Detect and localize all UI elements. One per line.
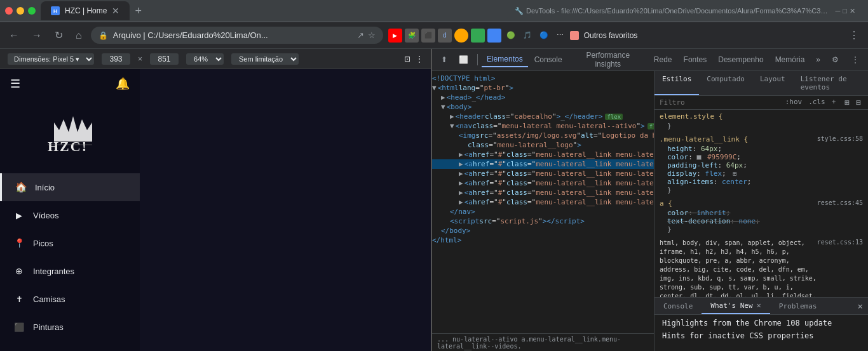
html-line-nav-close[interactable]: </nav> <box>432 207 654 216</box>
devtools-cursor-btn[interactable]: ⬆ <box>436 53 452 67</box>
reload-button[interactable]: ↻ <box>51 27 67 44</box>
html-line-body[interactable]: ▼ <body> <box>432 102 654 112</box>
tab-close-icon[interactable]: ✕ <box>112 6 119 16</box>
address-bar[interactable]: 🔒 Arquivo | C:/Users/Eduardo%20Lima/On..… <box>91 27 383 44</box>
minimize-button[interactable] <box>17 7 24 15</box>
console-tab-console[interactable]: Console <box>654 298 702 314</box>
a-integrantes-arrow[interactable]: ▶ <box>459 179 463 187</box>
reset-source[interactable]: reset.css:13 <box>817 239 863 297</box>
html-line-img[interactable]: <img src="assets/img/logo.svg" alt="Logo… <box>432 131 654 140</box>
ext-icon-3[interactable] <box>471 29 485 43</box>
home-button[interactable]: ⌂ <box>72 27 86 44</box>
filter-icon-1[interactable]: ⊞ <box>843 97 851 108</box>
maximize-button[interactable] <box>28 7 36 15</box>
height-input[interactable] <box>150 53 179 65</box>
html-arrow[interactable]: ▼ <box>432 84 437 92</box>
devtools-minimize-icon[interactable]: ─ <box>836 7 841 15</box>
filter-hov-btn[interactable]: :hov <box>783 97 804 108</box>
nav-item-videos[interactable]: ▶ Vídeos <box>0 201 140 229</box>
nav-item-picos[interactable]: 📍 Picos <box>0 229 140 257</box>
filter-cls-btn[interactable]: .cls <box>806 97 827 108</box>
ext-icon-6[interactable]: 🎵 <box>520 29 534 43</box>
a-inicio-arrow[interactable]: ▶ <box>459 150 463 159</box>
menu-button[interactable]: ⋮ <box>845 27 863 44</box>
styles-tab-layout[interactable]: Layout <box>752 71 793 95</box>
html-line-nav[interactable]: ▼ <nav class="menu-lateral menu-lateral-… <box>432 121 654 131</box>
a-source[interactable]: reset.css:45 <box>817 199 863 208</box>
hamburger-icon[interactable]: ☰ <box>10 77 20 91</box>
a-selector-text[interactable]: a { <box>660 199 672 208</box>
html-line-body-close[interactable]: </body> <box>432 226 654 235</box>
tab-hzc[interactable]: H HZC | Home ✕ <box>41 1 130 20</box>
html-line-img2[interactable]: class="menu-lateral__logo"> <box>432 140 654 150</box>
a-picos-arrow[interactable]: ▶ <box>459 169 463 178</box>
ext-profile[interactable]: d <box>438 29 452 43</box>
html-line-a-picos[interactable]: ▶ <a href="#" class="menu-lateral__link … <box>432 169 654 178</box>
devtools-settings-btn[interactable]: ⚙ <box>827 53 844 67</box>
whatsnew-close-icon[interactable]: ✕ <box>757 301 761 310</box>
notification-icon[interactable]: 🔔 <box>116 77 130 91</box>
devtools-network-tab[interactable]: Rede <box>649 53 677 67</box>
width-input[interactable] <box>102 53 130 65</box>
ext-youtube[interactable]: ▶ <box>388 29 402 43</box>
ext-puzzle[interactable]: 🧩 <box>405 29 419 43</box>
a-pinturas-arrow[interactable]: ▶ <box>459 198 463 206</box>
bookmarks-label[interactable]: Outros favoritos <box>584 31 638 40</box>
devtools-menu-btn[interactable]: ⋮ <box>846 53 864 67</box>
ext-icon-5[interactable]: 🟢 <box>504 29 518 43</box>
devtools-inspect-btn[interactable]: ⬜ <box>454 53 473 67</box>
html-line-head[interactable]: ▶ <head>_</head> <box>432 93 654 102</box>
zoom-selector[interactable]: 64% <box>186 53 224 65</box>
html-line-doctype[interactable]: <!DOCTYPE html> <box>432 74 654 83</box>
nav-item-camisas[interactable]: ✝ Camisas <box>0 285 140 313</box>
bookmark-icon[interactable]: ☆ <box>368 30 376 40</box>
ext-icon-2[interactable] <box>454 29 468 43</box>
filter-add-btn[interactable]: + <box>830 97 838 108</box>
ext-icon-7[interactable]: 🔵 <box>537 29 551 43</box>
devtools-elements-tab[interactable]: Elementos <box>482 52 528 67</box>
a-camisas-arrow[interactable]: ▶ <box>459 189 463 197</box>
new-tab-button[interactable]: + <box>132 4 144 18</box>
devtools-sources-tab[interactable]: Fontes <box>679 53 712 67</box>
no-limit-selector[interactable]: Sem limitação <box>231 53 299 65</box>
html-line-script[interactable]: <script src="script.js"></script> <box>432 216 654 226</box>
ext-icon-4[interactable] <box>487 29 501 43</box>
ext-cast[interactable]: ⬛ <box>421 29 435 43</box>
devtools-performance-insights-tab[interactable]: Performance insights <box>569 49 648 71</box>
nav-arrow[interactable]: ▼ <box>450 122 454 130</box>
console-tab-whatsnew[interactable]: What's New ✕ <box>702 298 770 314</box>
devtools-maximize-icon[interactable]: □ <box>843 7 847 15</box>
html-line-a-camisas[interactable]: ▶ <a href="#" class="menu-lateral__link … <box>432 188 654 197</box>
filter-icon-2[interactable]: ⊟ <box>854 97 863 108</box>
forward-button[interactable]: → <box>28 27 46 44</box>
rotate-icon[interactable]: ⊡ <box>404 55 410 63</box>
body-arrow[interactable]: ▼ <box>441 103 445 111</box>
html-line-a-pinturas[interactable]: ▶ <a href="#" class="menu-lateral__link … <box>432 197 654 207</box>
reset-selector-text[interactable]: html, body, div, span, applet, object, i… <box>660 239 817 297</box>
more-icon[interactable]: ⋮ <box>416 55 423 63</box>
html-line-a-inicio[interactable]: ▶ <a href="#" class="menu-lateral__link … <box>432 150 654 159</box>
device-selector[interactable]: Dimensões: Pixel 5 ▾ <box>8 53 94 65</box>
devtools-more-btn[interactable]: » <box>811 53 825 67</box>
nav-item-integrantes[interactable]: ⊕ Integrantes <box>0 257 140 285</box>
ext-icon-8[interactable]: ⋯ <box>553 29 567 43</box>
close-console-panel-btn[interactable]: ✕ <box>853 298 868 314</box>
html-line-a-videos[interactable]: ▶ <a href="#" class="menu-lateral__link … <box>432 159 654 169</box>
html-line-html-close[interactable]: </html> <box>432 235 654 245</box>
nav-item-pinturas[interactable]: ⬛ Pinturas <box>0 313 140 341</box>
close-button[interactable] <box>5 7 13 15</box>
scroll-path-text[interactable]: ... nu-lateral--ativo a.menu-lateral__li… <box>437 336 649 350</box>
nav-item-inicio[interactable]: 🏠 Início <box>0 173 140 201</box>
back-button[interactable]: ← <box>5 27 23 44</box>
html-line-header[interactable]: ▶ <header class="cabecalho">_</header> f… <box>432 112 654 121</box>
head-arrow[interactable]: ▶ <box>441 93 445 102</box>
filter-input[interactable] <box>660 98 781 107</box>
header-arrow[interactable]: ▶ <box>450 112 454 121</box>
styles-tab-estilos[interactable]: Estilos <box>654 71 699 95</box>
console-tab-problemas[interactable]: Problemas <box>770 298 826 314</box>
styles-tab-listener[interactable]: Listener de eventos <box>793 71 868 95</box>
devtools-memory-tab[interactable]: Memória <box>770 53 810 67</box>
styles-tab-computado[interactable]: Computado <box>699 71 752 95</box>
html-line-html[interactable]: ▼ <html lang="pt-br" > <box>432 83 654 93</box>
a-videos-arrow[interactable]: ▶ <box>459 160 463 168</box>
